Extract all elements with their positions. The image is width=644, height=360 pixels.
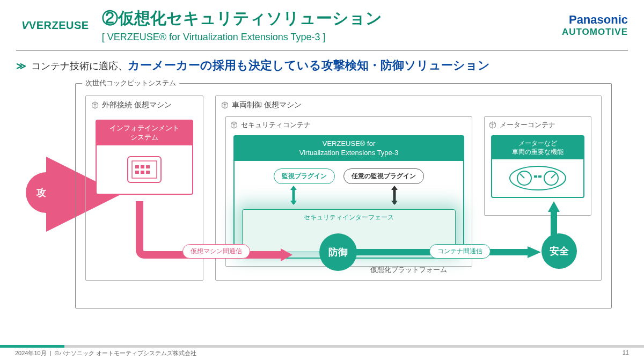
footer-left: 2024年10月 | ©パナソニック オートモーティブシステムズ株式会社 [15,349,196,357]
meter-container-box: メーターコンテナ メーターなど 車両の重要な機能 [484,116,591,216]
security-container-title: セキュリティコンテナ [226,117,472,133]
infotainment-box: インフォテインメント システム [96,120,193,195]
defense-node: 防御 [319,233,357,271]
verzeuse-logo: VVERZEUSE [21,19,89,32]
infotainment-head: インフォテインメント システム [97,121,192,145]
nextgen-legend: 次世代コックピットシステム [82,78,179,88]
page-subtitle: [ VERZEUSE® for Virtualization Extension… [102,32,562,43]
svg-rect-7 [141,171,144,174]
cube-icon [230,121,238,129]
vm-communication-pill: 仮想マシン間通信 [182,244,250,259]
defense-label: 防御 [328,246,348,259]
lead-emphasis: カーメーカーの採用も決定している攻撃検知・防御ソリューション [128,58,490,72]
svg-point-11 [510,166,566,190]
gauge-icon [492,159,583,197]
cube-icon [221,101,229,109]
arrow-to-meter [547,201,560,239]
page-title: ②仮想化セキュリティソリューション [102,8,562,30]
svg-rect-17 [538,175,541,178]
svg-line-13 [520,174,524,178]
tablet-icon [97,145,192,194]
lead-text: ≫ コンテナ技術に適応、カーメーカーの採用も決定している攻撃検知・防御ソリューシ… [16,57,628,74]
footer-copyright: ©パナソニック オートモーティブシステムズ株式会社 [55,350,196,356]
sif-label: セキュリティインターフェース [304,214,394,221]
meter-title-text: メーターコンテナ [500,120,555,130]
divider [16,50,628,51]
container-communication-pill: コンテナ間通信 [429,244,491,259]
lead-pre: コンテナ技術に適応、 [31,61,128,71]
svg-rect-16 [534,175,537,178]
svg-rect-4 [141,165,144,168]
brand-top: Panasonic [562,13,628,27]
footer-date: 2024年10月 [15,350,47,356]
vm-ctrl-title-text: 車両制御 仮想マシン [232,100,302,110]
meter-function-box: メーターなど 車両の重要な機能 [491,135,584,198]
meter-container-title: メーターコンテナ [485,117,591,133]
bidir-arrow-black [389,185,400,206]
verzeuse-head: VERZEUSE® for Virtualization Extensions … [235,136,463,161]
svg-rect-8 [146,171,150,174]
svg-rect-2 [132,161,157,178]
safe-label: 安全 [550,245,569,258]
panasonic-logo: Panasonic AUTOMOTIVE [562,13,628,38]
attack-label: 攻撃 [36,186,56,199]
architecture-diagram: 攻撃 次世代コックピットシステム 外部接続 仮想マシン インフォテインメント シ… [32,83,612,319]
virtualization-platform-label: 仮想化プラットフォーム [225,265,591,275]
attack-node: 攻撃 [26,172,67,213]
svg-rect-3 [135,165,139,168]
vehicle-vm-title: 車両制御 仮想マシン [216,96,601,114]
footer: 2024年10月 | ©パナソニック オートモーティブシステムズ株式会社 11 [0,345,644,360]
monitoring-plugin: 監視プラグイン [274,168,335,184]
cube-icon [91,101,99,109]
chevron-icon: ≫ [16,61,26,71]
svg-rect-5 [146,165,150,168]
sec-container-title-text: セキュリティコンテナ [241,120,311,130]
page-number: 11 [623,349,629,357]
custom-monitoring-plugin: 任意の監視プラグイン [343,168,424,184]
nextgen-cockpit-box: 次世代コックピットシステム 外部接続 仮想マシン インフォテインメント システム… [75,83,612,308]
svg-line-15 [551,174,555,178]
vm-ext-title-text: 外部接続 仮想マシン [102,100,172,110]
svg-rect-6 [135,171,139,174]
brand-bottom: AUTOMOTIVE [562,27,628,38]
svg-rect-1 [128,157,161,182]
cube-icon [489,121,496,129]
meter-head: メーターなど 車両の重要な機能 [492,136,583,159]
logo-text: VERZEUSE [29,19,89,31]
external-vm-title: 外部接続 仮想マシン [86,96,203,114]
